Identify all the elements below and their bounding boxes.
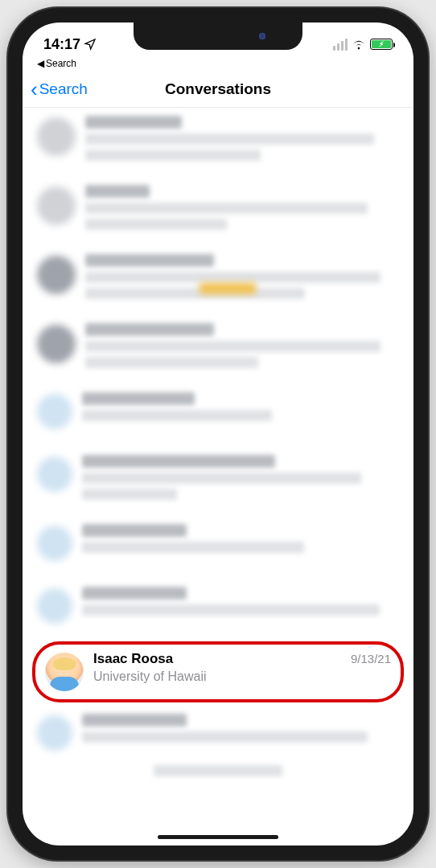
conversation-list[interactable]: Isaac Roosa 9/13/21 University of Hawaii <box>23 108 413 789</box>
redacted-name <box>82 455 275 468</box>
redacted-preview <box>85 203 368 214</box>
redacted-name <box>85 323 214 336</box>
redacted-preview <box>82 473 361 484</box>
redacted-preview <box>82 731 368 743</box>
redacted-preview <box>85 357 258 368</box>
conversation-row[interactable] <box>23 177 413 246</box>
charging-icon: ⚡︎ <box>379 41 384 48</box>
screen: 14:17 ⚡︎ ◀ Search ‹ Search <box>23 23 413 845</box>
conversation-row[interactable] <box>23 447 413 516</box>
location-icon <box>84 38 97 51</box>
status-left: 14:17 <box>43 36 97 53</box>
conversation-preview: University of Hawaii <box>93 669 391 686</box>
redacted-name <box>85 116 182 129</box>
redacted-name <box>82 587 187 600</box>
avatar <box>37 117 76 156</box>
status-time: 14:17 <box>43 36 80 53</box>
nav-back-label: Search <box>39 80 88 98</box>
redacted-preview <box>82 410 272 421</box>
battery-icon: ⚡︎ <box>370 39 393 50</box>
avatar-memoji <box>45 653 84 691</box>
status-right: ⚡︎ <box>333 39 393 51</box>
redacted-preview <box>85 341 380 352</box>
conversation-row-highlighted[interactable]: Isaac Roosa 9/13/21 University of Hawaii <box>32 641 404 702</box>
redacted-preview <box>85 288 305 299</box>
conversation-row[interactable] <box>23 246 413 315</box>
conversation-row[interactable] <box>23 384 413 447</box>
page-title: Conversations <box>165 80 271 98</box>
avatar <box>37 256 76 294</box>
nav-header: ‹ Search Conversations <box>23 71 413 108</box>
redacted-name <box>82 392 195 405</box>
redacted-preview <box>85 149 261 161</box>
redacted-preview <box>85 219 227 230</box>
redacted-preview <box>85 272 380 283</box>
redacted-footer <box>154 765 282 776</box>
avatar <box>37 394 72 429</box>
conversation-row[interactable] <box>23 108 413 177</box>
redacted-name <box>85 185 150 198</box>
redacted-highlight <box>199 283 256 294</box>
wifi-icon <box>352 39 366 50</box>
phone-frame: 14:17 ⚡︎ ◀ Search ‹ Search <box>8 8 428 860</box>
avatar <box>37 588 72 624</box>
conversation-row[interactable] <box>23 315 413 384</box>
redacted-name <box>82 714 187 727</box>
conversation-row[interactable] <box>23 516 413 579</box>
breadcrumb-back[interactable]: ◀ Search <box>23 58 413 71</box>
conversation-date: 9/13/21 <box>351 652 391 665</box>
redacted-preview <box>85 133 374 145</box>
redacted-preview <box>82 542 304 553</box>
avatar <box>37 526 72 561</box>
conversation-name: Isaac Roosa <box>93 651 173 667</box>
redacted-name <box>85 254 214 267</box>
avatar <box>37 715 72 751</box>
avatar <box>37 325 76 363</box>
cellular-icon <box>333 39 348 51</box>
avatar <box>37 186 76 225</box>
breadcrumb-label: Search <box>46 58 76 69</box>
nav-back-button[interactable]: ‹ Search <box>31 71 88 107</box>
redacted-preview <box>82 604 380 616</box>
home-indicator[interactable] <box>158 835 278 839</box>
conversation-row[interactable] <box>23 702 413 765</box>
avatar <box>37 457 72 492</box>
redacted-preview <box>82 489 177 500</box>
notch <box>134 23 302 50</box>
redacted-name <box>82 524 187 537</box>
conversation-row[interactable] <box>23 579 413 641</box>
chevron-left-icon: ‹ <box>31 79 38 100</box>
breadcrumb-arrow-icon: ◀ <box>37 58 44 69</box>
